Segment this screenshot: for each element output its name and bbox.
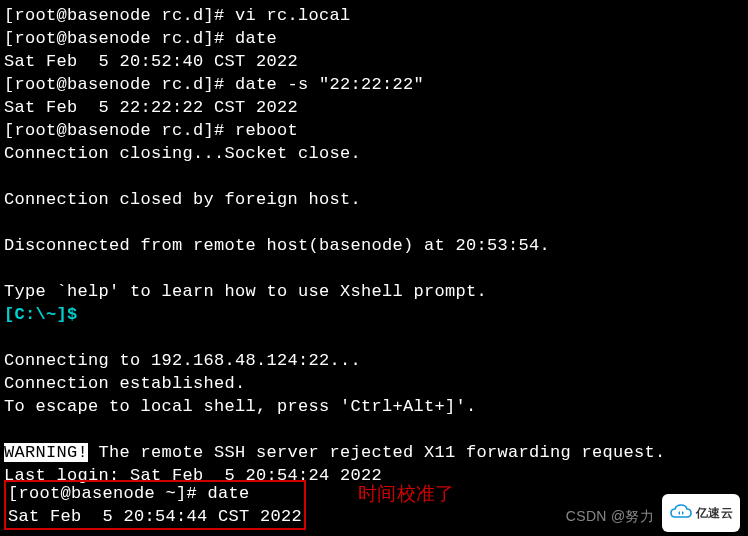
output-date-final: Sat Feb 5 20:54:44 CST 2022 [8, 507, 302, 526]
shell-line: [root@basenode rc.d]# vi rc.local [4, 4, 744, 27]
command-date-set: date -s "22:22:22" [235, 75, 424, 94]
shell-line: [root@basenode rc.d]# date [4, 27, 744, 50]
output-established: Connection established. [4, 372, 744, 395]
warning-text: The remote SSH server rejected X11 forwa… [88, 443, 666, 462]
command-date: date [235, 29, 277, 48]
cloud-icon [669, 503, 693, 523]
output-help: Type `help' to learn how to use Xshell p… [4, 280, 744, 303]
command-reboot: reboot [235, 121, 298, 140]
csdn-watermark: CSDN @努力 [566, 505, 654, 528]
shell-line: [root@basenode rc.d]# date -s "22:22:22" [4, 73, 744, 96]
yisuyun-logo: 亿速云 [662, 494, 740, 532]
prompt: [root@basenode rc.d]# [4, 29, 235, 48]
output-date-set: Sat Feb 5 22:22:22 CST 2022 [4, 96, 744, 119]
output-closing: Connection closing...Socket close. [4, 142, 744, 165]
shell-line: [root@basenode ~]# date [8, 482, 302, 505]
output-date: Sat Feb 5 20:52:40 CST 2022 [4, 50, 744, 73]
shell-line: [root@basenode rc.d]# reboot [4, 119, 744, 142]
highlighted-block: [root@basenode ~]# date Sat Feb 5 20:54:… [4, 482, 455, 530]
terminal-output[interactable]: [root@basenode rc.d]# vi rc.local [root@… [4, 4, 744, 487]
prompt: [root@basenode rc.d]# [4, 75, 235, 94]
prompt: [root@basenode rc.d]# [4, 6, 235, 25]
prompt: [root@basenode rc.d]# [4, 121, 235, 140]
warning-label: WARNING! [4, 443, 88, 462]
output-warning: WARNING! The remote SSH server rejected … [4, 441, 744, 464]
local-prompt: [C:\~]$ [4, 305, 88, 324]
annotation-text: 时间校准了 [358, 483, 455, 504]
logo-text: 亿速云 [696, 502, 733, 525]
command-date: date [208, 484, 250, 503]
prompt: [root@basenode ~]# [8, 484, 208, 503]
output-disconnected: Disconnected from remote host(basenode) … [4, 234, 744, 257]
output-connecting: Connecting to 192.168.48.124:22... [4, 349, 744, 372]
command-vi: vi rc.local [235, 6, 351, 25]
output-escape: To escape to local shell, press 'Ctrl+Al… [4, 395, 744, 418]
output-closed: Connection closed by foreign host. [4, 188, 744, 211]
